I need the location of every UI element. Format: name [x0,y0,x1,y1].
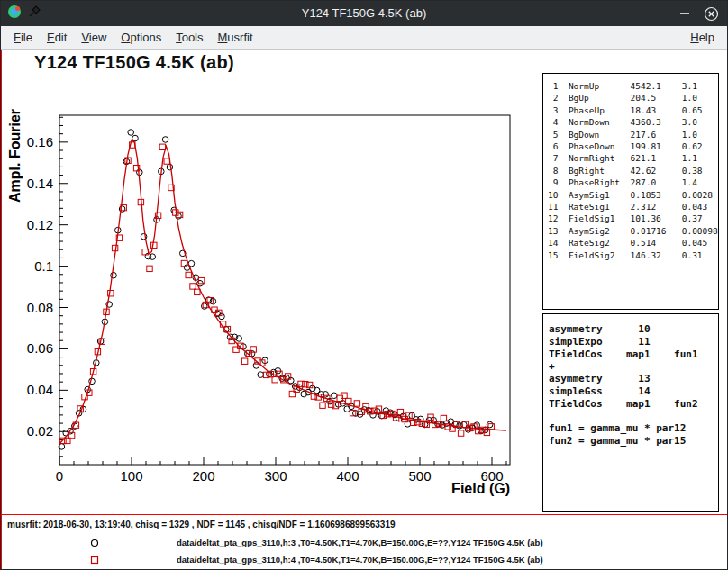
pin-icon[interactable] [28,5,41,22]
svg-text:0.04: 0.04 [27,382,53,397]
menu-file[interactable]: File [6,29,40,46]
minimize-button[interactable] [677,5,693,22]
svg-text:200: 200 [192,468,214,484]
titlebar[interactable]: Y124 TF150G 4.5K (ab) [1,1,727,26]
x-axis: 0100200300400500600 [56,457,506,484]
plot-area[interactable]: 01002003004005006000.020.040.060.080.10.… [6,86,543,502]
legend-label: data/deltat_pta_gps_3110,h:4 ,T0=4.50K,T… [177,555,543,565]
y-axis-title: Ampl. Fourier [7,109,23,203]
menubar-help: Help [683,31,722,44]
theory-lines: asymmetry 10 simplExpo 11 TFieldCos map1… [543,314,718,457]
svg-text:100: 100 [120,468,142,484]
plot-title: Y124 TF150G 4.5K (ab) [34,52,234,73]
fit-curve [59,140,506,444]
y-axis: 0.020.040.060.080.10.120.140.16 [27,117,68,457]
legend-row: data/deltat_pta_gps_3110,h:3 ,T0=4.50K,T… [2,534,728,551]
menu-help[interactable]: Help [683,29,722,46]
parameters-box[interactable]: 1 NormUp 4542.1 3.1 2 BgUp 204.5 1.0 3 P… [542,73,719,310]
x-axis-title: Field (G) [451,481,510,496]
svg-text:300: 300 [264,468,287,484]
svg-text:0.02: 0.02 [27,423,53,439]
app-icon [7,5,22,23]
plot-frame [59,115,510,465]
info-pad[interactable]: musrfit: 2018-06-30, 13:19:40, chisq = 1… [2,514,728,569]
parameters-list: 1 NormUp 4542.1 3.1 2 BgUp 204.5 1.0 3 P… [543,74,718,267]
svg-text:0.12: 0.12 [27,217,53,232]
musrview-window: Y124 TF150G 4.5K (ab) FileEditViewOption… [0,0,728,570]
svg-text:0.06: 0.06 [27,340,53,356]
menubar-items: FileEditViewOptionsToolsMusrfit [6,31,260,44]
svg-text:0.14: 0.14 [27,176,53,191]
series-h4-markers [60,142,495,444]
close-button[interactable] [703,5,719,22]
titlebar-buttons [677,5,719,22]
legend: data/deltat_pta_gps_3110,h:3 ,T0=4.50K,T… [2,534,728,568]
theory-box[interactable]: asymmetry 10 simplExpo 11 TFieldCos map1… [542,313,719,512]
svg-text:0: 0 [56,468,63,484]
legend-circle-icon [89,538,100,548]
svg-text:500: 500 [408,468,431,484]
window-title: Y124 TF150G 4.5K (ab) [1,1,727,26]
svg-text:0.08: 0.08 [27,300,53,315]
menu-tools[interactable]: Tools [168,29,210,46]
svg-text:400: 400 [336,468,359,484]
menu-options[interactable]: Options [114,29,168,46]
svg-text:0.16: 0.16 [27,134,53,149]
menu-edit[interactable]: Edit [40,29,74,46]
menu-view[interactable]: View [74,29,114,46]
svg-text:0.1: 0.1 [34,258,53,274]
legend-row: data/deltat_pta_gps_3110,h:4 ,T0=4.50K,T… [2,551,728,568]
legend-label: data/deltat_pta_gps_3110,h:3 ,T0=4.50K,T… [177,538,543,547]
fit-info: musrfit: 2018-06-30, 13:19:40, chisq = 1… [7,520,396,529]
titlebar-left-icons [7,5,41,23]
menubar: FileEditViewOptionsToolsMusrfit Help [1,26,727,50]
series-h3-markers [59,130,493,450]
menu-musrfit[interactable]: Musrfit [211,29,260,46]
root-canvas[interactable]: Y124 TF150G 4.5K (ab) 010020030040050060… [1,50,728,570]
legend-square-icon [89,555,100,565]
main-pad[interactable]: Y124 TF150G 4.5K (ab) 010020030040050060… [2,50,728,514]
